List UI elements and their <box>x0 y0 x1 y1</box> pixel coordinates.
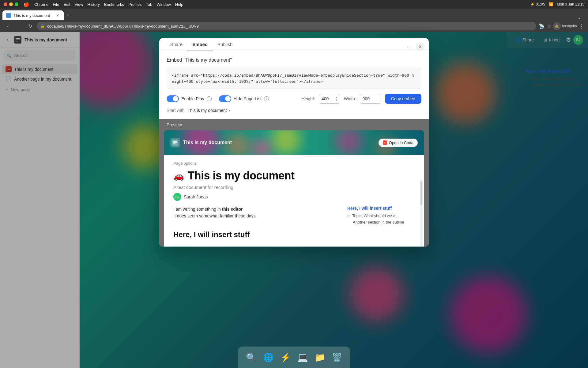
start-with-select[interactable]: This is my document ▾ <box>187 108 230 113</box>
preview-body-line2: It does seem somewhat familiar these day… <box>173 213 338 219</box>
embed-code-box[interactable]: <iframe src="https://coda.io/embed/BhAUW… <box>167 68 421 89</box>
dock-files[interactable]: 📁 <box>312 350 327 365</box>
preview-scrollbar[interactable] <box>420 179 423 247</box>
tab-bar: This is my document ✕ + ⌄ <box>0 9 588 20</box>
battery-indicator: ⚡ 01:05 <box>530 2 545 6</box>
back-button[interactable]: ‹ <box>4 22 12 30</box>
author-name: Sarah Jonas <box>184 194 208 199</box>
address-bar: ‹ › ↻ 🔒 coda.io/d/This-is-my-document_dB… <box>0 20 588 32</box>
preview-frame: This is my document c Open in Coda Page … <box>164 130 424 247</box>
width-label: Width: <box>344 96 356 101</box>
tab-share[interactable]: Share <box>165 38 187 51</box>
datetime: Mon 3 Jan 12:15 <box>557 2 584 6</box>
width-value: 900 <box>363 96 379 101</box>
traffic-lights <box>4 2 18 6</box>
preview-two-col: I am writing something in this editor It… <box>173 206 415 225</box>
preview-scroll-thumb[interactable] <box>420 181 422 205</box>
preview-blob-4 <box>252 140 271 155</box>
close-traffic-light[interactable] <box>4 2 7 6</box>
embed-controls: Enable Play i Hide Page List i Height: <box>167 94 421 104</box>
browser-right-icons: 📡 ☆ 🕵 Incognito ⋮ <box>539 22 584 30</box>
open-in-coda-button[interactable]: c Open in Coda <box>379 139 418 147</box>
address-input[interactable]: 🔒 coda.io/d/This-is-my-document_dBhAUW8p… <box>37 22 536 30</box>
modal-dialog: ⋯ ✕ Share Embed Publish Embed "This is m… <box>159 38 429 247</box>
tab-embed[interactable]: Embed <box>187 38 213 51</box>
preview-content: Page options 🚗 This is my document A tes… <box>164 155 424 247</box>
menu-file[interactable]: File <box>53 2 59 7</box>
tab-favicon <box>6 13 11 18</box>
forward-button[interactable]: › <box>15 22 23 30</box>
menu-history[interactable]: History <box>88 2 100 7</box>
svg-rect-6 <box>173 142 177 143</box>
hide-page-list-label: Hide Page List <box>234 96 262 101</box>
tab-publish[interactable]: Publish <box>213 38 237 51</box>
minimize-traffic-light[interactable] <box>9 2 13 6</box>
menu-profiles[interactable]: Profiles <box>128 2 141 7</box>
enable-play-group: Enable Play i <box>167 95 212 102</box>
menu-chrome[interactable]: Chrome <box>34 2 48 7</box>
height-up-arrow[interactable]: ▲ <box>335 96 337 99</box>
svg-rect-7 <box>173 144 175 144</box>
width-input[interactable]: 900 <box>360 94 381 104</box>
browser-chrome: This is my document ✕ + ⌄ ‹ › ↻ 🔒 coda.i… <box>0 9 588 32</box>
main-layout: Here, I will insert stuff ⊞ Topic: What … <box>0 32 588 368</box>
dock-finder[interactable]: 🔍 <box>244 350 258 365</box>
dock-chrome[interactable]: 🌐 <box>261 350 276 365</box>
height-arrows[interactable]: ▲ ▼ <box>335 96 337 102</box>
copy-embed-button[interactable]: Copy embed <box>385 94 421 104</box>
incognito-label: Incognito <box>562 24 577 28</box>
enable-play-toggle[interactable] <box>167 95 179 102</box>
table-grid-icon-0: ⊞ <box>347 214 350 218</box>
preview-right-title: Here, I will insert stuff <box>347 206 415 211</box>
menu-view[interactable]: View <box>75 2 83 7</box>
maximize-traffic-light[interactable] <box>15 2 18 6</box>
menu-edit[interactable]: Edit <box>63 2 70 7</box>
chrome-menu-icon[interactable]: ⋮ <box>579 23 584 29</box>
menu-tab[interactable]: Tab <box>146 2 152 7</box>
modal-more-button[interactable]: ⋯ <box>405 42 413 51</box>
menu-help[interactable]: Help <box>175 2 183 7</box>
reload-button[interactable]: ↻ <box>26 22 34 30</box>
modal-close-button[interactable]: ✕ <box>416 42 424 51</box>
car-emoji-icon: 🚗 <box>173 171 184 181</box>
url-text: coda.io/d/This-is-my-document_dBhAUW8p6F… <box>47 24 533 29</box>
height-label: Height: <box>302 96 315 101</box>
preview-blob-5 <box>335 130 363 155</box>
enable-play-label: Enable Play <box>181 96 204 101</box>
dock-trash[interactable]: 🗑️ <box>330 350 344 365</box>
menu-bookmarks[interactable]: Bookmarks <box>104 2 124 7</box>
preview-blob-3 <box>271 130 301 155</box>
hide-page-list-info-icon[interactable]: i <box>264 96 269 101</box>
dock-terminal[interactable]: 💻 <box>295 350 310 365</box>
preview-table-item-0: ⊞ Topic: What should we d... <box>347 213 415 219</box>
active-tab[interactable]: This is my document ✕ <box>2 10 64 20</box>
preview-right: Here, I will insert stuff ⊞ Topic: What … <box>347 206 415 225</box>
cast-icon[interactable]: 📡 <box>539 23 545 29</box>
table-item-1-text: Another section in the outline <box>347 220 404 224</box>
enable-play-info-icon[interactable]: i <box>207 96 212 101</box>
tab-close-button[interactable]: ✕ <box>55 13 60 18</box>
start-with-row: Start with This is my document ▾ <box>167 108 421 113</box>
preview-subtitle: A test document for recording <box>173 185 415 190</box>
author-avatar: SJ <box>173 193 181 201</box>
enable-play-knob <box>173 96 178 102</box>
height-down-arrow[interactable]: ▼ <box>335 99 337 102</box>
preview-section: Preview <box>159 119 429 247</box>
chevron-down-icon: ▾ <box>229 109 231 113</box>
apple-menu[interactable]: 🍎 <box>23 2 29 7</box>
hide-page-list-toggle[interactable] <box>219 95 231 102</box>
tab-title: This is my document <box>13 13 53 18</box>
menu-window[interactable]: Window <box>156 2 171 7</box>
incognito-avatar: 🕵 <box>553 22 561 30</box>
hide-page-list-group: Hide Page List i <box>219 95 269 102</box>
dock-reeder[interactable]: ⚡ <box>278 350 293 365</box>
height-input[interactable]: 400 ▲ ▼ <box>319 94 340 104</box>
embed-title: Embed "This is my document" <box>167 57 421 63</box>
preview-page-options[interactable]: Page options <box>173 161 415 166</box>
preview-doc-title-row: 🚗 This is my document <box>173 169 415 182</box>
preview-body-bold: this editor <box>222 207 243 212</box>
new-tab-button[interactable]: + <box>64 12 72 20</box>
preview-author: SJ Sarah Jonas <box>173 193 415 201</box>
bookmark-star-icon[interactable]: ☆ <box>547 23 551 29</box>
tab-list-button[interactable]: ⌄ <box>577 14 581 20</box>
